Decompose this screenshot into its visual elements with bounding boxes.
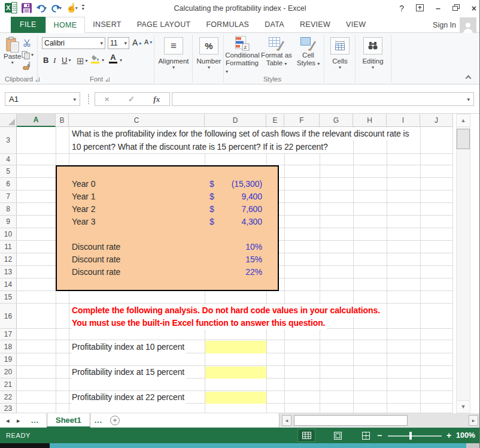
save-button[interactable] [22,3,32,13]
format-painter-button[interactable] [23,62,31,70]
row-header-18[interactable]: 18 [0,340,17,353]
column-header-g[interactable]: G [320,114,353,127]
underline-dropdown-icon[interactable]: ▾ [68,58,71,63]
row-header-6[interactable]: 6 [0,178,17,190]
redo-button[interactable]: ▾ [51,4,62,13]
conditional-formatting-dropdown-icon[interactable]: ▾ [226,69,228,74]
row-header-16[interactable]: 16 [0,304,17,328]
sheet-tab-sheet1[interactable]: Sheet1 [47,413,90,428]
formula-input[interactable]: ▾ [172,92,474,106]
tab-review[interactable]: REVIEW [292,17,338,33]
zoom-slider-track[interactable] [388,435,442,437]
row-header-13[interactable]: 13 [0,266,17,278]
editing-dropdown-icon[interactable]: ▾ [372,65,374,70]
column-header-e[interactable]: E [266,114,284,127]
row-header-4[interactable]: 4 [0,154,17,165]
borders-dropdown-icon[interactable]: ▾ [86,59,88,63]
column-header-d[interactable]: D [205,114,266,127]
new-sheet-button[interactable]: + [110,416,120,425]
cancel-entry-icon[interactable]: × [105,95,110,104]
underline-button[interactable]: U ▾ [62,56,71,65]
cell-question-line2[interactable]: 10 percent? What if the discount rate is… [72,141,330,153]
tab-data[interactable]: DATA [257,17,292,33]
italic-button[interactable]: I [53,56,56,65]
grow-font-button[interactable]: A▴ [132,38,141,47]
row-header-21[interactable]: 21 [0,379,17,391]
tab-page-layout[interactable]: PAGE LAYOUT [129,17,199,33]
row-header-12[interactable]: 12 [0,253,17,265]
avatar[interactable] [460,17,476,33]
cell-instruction-line2[interactable]: You must use the built-in Excel function… [72,317,327,329]
collapse-ribbon-icon[interactable] [466,75,472,81]
answer-input-cell-10-percent[interactable] [205,341,266,353]
font-size-combo[interactable]: 11▾ [108,37,129,49]
row-header-14[interactable]: 14 [0,279,17,290]
sign-in[interactable]: Sign In [433,17,476,33]
alignment-button[interactable]: ≡ Alignment ▾ [157,37,190,70]
fill-color-dropdown-icon[interactable]: ▾ [102,58,104,63]
column-header-h[interactable]: H [353,114,387,127]
customize-qat-icon[interactable]: ▾ [82,5,84,11]
tab-home[interactable]: HOME [45,17,86,33]
tab-file[interactable]: FILE [11,17,45,33]
name-box-dropdown-icon[interactable]: ▾ [73,96,76,102]
restore-icon[interactable] [452,4,460,13]
alignment-dropdown-icon[interactable]: ▾ [172,65,175,70]
tab-formulas[interactable]: FORMULAS [198,17,257,33]
bold-button[interactable]: B [43,56,48,65]
paste-button[interactable]: Paste ▾ [4,37,21,65]
horizontal-scrollbar[interactable]: ◂ ▸ [279,413,480,428]
cell-analysis-label[interactable]: Profitability index at 15 percent [72,366,186,379]
select-all-corner[interactable] [0,114,17,127]
zoom-level[interactable]: 100% [456,428,475,443]
cells-button[interactable]: Cells ▾ [326,37,354,70]
cut-button[interactable] [23,39,31,47]
row-header-22[interactable]: 22 [0,391,17,403]
font-dialog-launcher-icon[interactable] [105,77,110,81]
row-header-10[interactable]: 10 [0,228,17,240]
zoom-in-button[interactable]: + [446,428,451,443]
shrink-font-button[interactable]: A▾ [144,38,152,46]
row-header-19[interactable]: 19 [0,353,17,365]
sheet-nav-prev[interactable]: ◂ [6,413,10,428]
minimize-icon[interactable]: – [436,4,440,13]
zoom-out-button[interactable]: − [377,428,382,443]
row-header-7[interactable]: 7 [0,190,17,202]
font-size-dropdown-icon[interactable]: ▾ [124,40,127,46]
vertical-scrollbar[interactable]: ▲ ▼ [456,114,470,413]
copy-button[interactable]: ▾ [22,51,34,59]
scroll-down-button[interactable]: ▼ [457,400,470,413]
column-header-b[interactable]: B [56,114,69,127]
format-as-table-dropdown-icon[interactable]: ▾ [284,61,287,66]
column-header-a[interactable]: A [17,114,56,127]
horizontal-scrollbar-thumb[interactable] [294,415,408,426]
sheet-list-left-ellipsis[interactable]: ... [31,413,39,428]
copy-dropdown-icon[interactable]: ▾ [31,53,34,57]
column-header-j[interactable]: J [420,114,453,127]
cell-instruction-line1[interactable]: Complete the following analysis. Do not … [72,304,382,317]
touch-mode-button[interactable]: ☝ ▾ [66,4,78,12]
page-layout-view-button[interactable] [329,429,347,442]
cell-question-line1[interactable]: What is the profitability index for the … [72,128,411,140]
editing-button[interactable]: Editing ▾ [357,37,388,70]
sheet-list-right-ellipsis[interactable]: ... [95,413,102,428]
scroll-left-button[interactable]: ◂ [282,415,291,426]
close-icon[interactable]: × [472,4,476,13]
row-header-9[interactable]: 9 [0,216,17,228]
row-header-3[interactable]: 3 [0,127,17,153]
sheet-nav-next[interactable]: ▸ [17,413,20,428]
tab-view[interactable]: VIEW [338,17,373,33]
page-break-view-button[interactable] [357,429,375,442]
row-header-8[interactable]: 8 [0,203,17,215]
font-color-dropdown-icon[interactable]: ▾ [120,58,122,63]
confirm-entry-icon[interactable]: ✓ [128,95,135,104]
row-header-11[interactable]: 11 [0,241,17,253]
row-header-17[interactable]: 17 [0,329,17,340]
vertical-scrollbar-thumb[interactable] [457,129,470,149]
cell-styles-dropdown-icon[interactable]: ▾ [317,61,320,66]
name-box[interactable]: A1 ▾ [5,92,80,106]
scroll-right-button[interactable]: ▸ [469,415,478,426]
scroll-up-button[interactable]: ▲ [457,114,470,127]
row-header-23[interactable]: 23 [0,404,17,413]
undo-button[interactable]: ▾ [36,4,47,13]
